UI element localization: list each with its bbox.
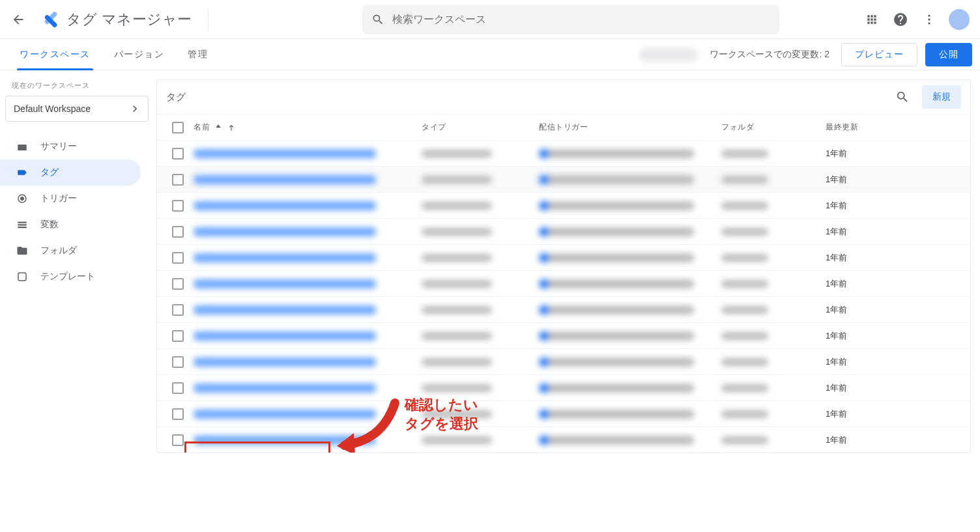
target-icon [16, 193, 29, 204]
account-avatar[interactable] [949, 9, 970, 30]
row-checkbox[interactable] [172, 382, 184, 394]
row-checkbox[interactable] [172, 356, 184, 368]
table-row[interactable]: 1年前 [157, 400, 970, 427]
redacted-trigger [539, 305, 694, 315]
row-checkbox[interactable] [172, 148, 184, 160]
table-row[interactable]: 1年前 [157, 374, 970, 400]
redacted-folder [721, 410, 768, 418]
more-vert-icon [923, 13, 936, 26]
annotation-text: 確認したい タグを選択 [405, 396, 478, 433]
row-updated: 1年前 [826, 226, 965, 238]
back-button[interactable] [5, 7, 31, 33]
select-all-checkbox[interactable] [172, 122, 184, 133]
row-checkbox[interactable] [172, 278, 184, 290]
apps-button[interactable] [859, 7, 885, 33]
row-checkbox[interactable] [172, 252, 184, 264]
redacted-name [194, 279, 376, 288]
row-updated: 1年前 [826, 304, 965, 316]
help-icon [893, 12, 908, 27]
redacted-type [422, 150, 492, 158]
publish-button[interactable]: 公開 [925, 43, 972, 66]
sidenav-templates[interactable]: テンプレート [0, 264, 141, 290]
redacted-type [422, 202, 492, 210]
sidenav-triggers[interactable]: トリガー [0, 186, 141, 212]
redacted-type [422, 306, 492, 314]
redacted-folder [721, 332, 768, 340]
row-checkbox[interactable] [172, 434, 184, 446]
sidenav-variables[interactable]: 変数 [0, 212, 141, 238]
workspace-picker[interactable]: Default Workspace [5, 96, 149, 122]
redacted-name [194, 227, 376, 236]
preview-button[interactable]: プレビュー [841, 43, 917, 66]
table-row[interactable]: 1年前 [157, 218, 970, 244]
sidebar: 現在のワークスペース Default Workspace サマリー タグ トリガ… [0, 70, 156, 466]
redacted-trigger [539, 253, 694, 262]
new-tag-button[interactable]: 新規 [922, 85, 961, 109]
topbar-actions [859, 7, 975, 33]
app-title: タグ マネージャー [66, 10, 192, 29]
row-checkbox[interactable] [172, 200, 184, 212]
template-icon [16, 271, 29, 283]
redacted-folder [721, 150, 768, 158]
row-checkbox[interactable] [172, 226, 184, 238]
table-row[interactable]: 1年前 [157, 296, 970, 322]
redacted-type [422, 384, 492, 392]
table-row[interactable]: 1年前 [157, 140, 970, 166]
row-updated: 1年前 [826, 382, 965, 394]
row-updated: 1年前 [826, 356, 965, 368]
table-row[interactable]: 1年前 [157, 270, 970, 296]
help-button[interactable] [887, 7, 914, 33]
sidenav-item-label: サマリー [40, 141, 77, 152]
redacted-type [422, 332, 492, 340]
redacted-folder [721, 436, 768, 444]
sidenav-summary[interactable]: サマリー [0, 133, 141, 160]
tagmanager-logo-icon [39, 10, 57, 29]
col-updated[interactable]: 最終更新 [826, 122, 965, 133]
col-trigger[interactable]: 配信トリガー [539, 122, 721, 133]
row-checkbox[interactable] [172, 174, 184, 186]
col-name-label: 名前 [194, 122, 210, 133]
svg-point-2 [928, 14, 930, 16]
redacted-trigger [539, 410, 694, 419]
redacted-trigger [539, 149, 694, 158]
redacted-name [194, 149, 376, 158]
sidenav-item-label: 変数 [40, 219, 59, 231]
row-checkbox[interactable] [172, 304, 184, 316]
table-row[interactable]: 1年前 [157, 166, 970, 192]
table-row[interactable]: 1年前 [157, 192, 970, 218]
tags-panel: タグ 新規 名前 タイプ 配信トリガー フォルダ [156, 79, 971, 453]
table-row[interactable]: 1年前 [157, 322, 970, 348]
sidenav-folders[interactable]: フォルダ [0, 238, 141, 264]
row-updated: 1年前 [826, 278, 965, 290]
row-updated: 1年前 [826, 434, 965, 446]
folder-icon [16, 245, 29, 257]
workspace-label: 現在のワークスペース [0, 81, 156, 96]
row-checkbox[interactable] [172, 330, 184, 342]
arrow-up-icon [227, 123, 236, 132]
dashboard-icon [16, 141, 29, 152]
tab-admin[interactable]: 管理 [176, 39, 220, 70]
row-checkbox[interactable] [172, 408, 184, 420]
sidenav-item-label: フォルダ [40, 245, 77, 257]
col-folder[interactable]: フォルダ [721, 122, 826, 133]
search-input[interactable] [392, 14, 770, 25]
redacted-folder [721, 358, 768, 366]
tab-workspace[interactable]: ワークスペース [8, 39, 102, 70]
table-row[interactable]: 1年前 [157, 348, 970, 374]
svg-rect-9 [18, 224, 27, 225]
tab-versions[interactable]: バージョン [102, 39, 177, 70]
workspace-name: Default Workspace [14, 104, 128, 114]
sidenav-tags[interactable]: タグ [0, 160, 141, 186]
table-row[interactable]: 1年前 [157, 244, 970, 270]
search-icon [371, 12, 384, 27]
row-updated: 1年前 [826, 408, 965, 420]
redacted-name [194, 331, 376, 341]
variables-icon [16, 219, 29, 231]
col-type[interactable]: タイプ [422, 122, 539, 133]
panel-search-button[interactable] [889, 84, 915, 110]
search-bar[interactable] [362, 5, 779, 35]
row-updated: 1年前 [826, 252, 965, 264]
col-name[interactable]: 名前 [194, 122, 422, 133]
chevron-right-icon [128, 102, 141, 115]
more-button[interactable] [916, 7, 942, 33]
